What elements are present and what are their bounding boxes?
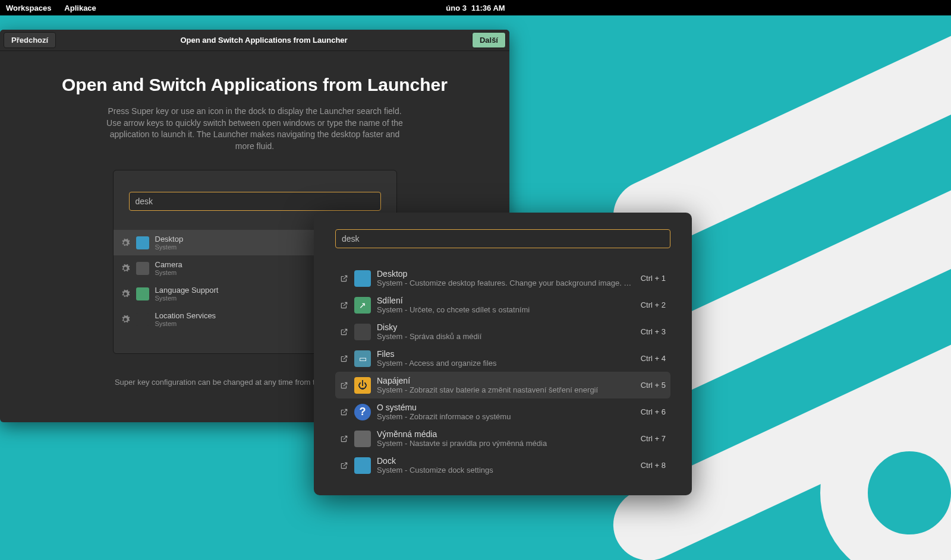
result-description: System - Nastavte si pravidla pro výměnn…: [377, 439, 635, 448]
demo-search-input: [129, 192, 381, 211]
new-window-icon: [340, 328, 348, 336]
result-name: Files: [377, 349, 635, 359]
app-icon: [354, 457, 371, 474]
result-name: Napájení: [377, 376, 635, 385]
result-description: System - Určete, co chcete sdílet s osta…: [377, 305, 635, 314]
result-name: Desktop: [377, 269, 635, 279]
app-icon: ▭: [354, 350, 371, 367]
app-icon: [354, 431, 371, 447]
launcher-result-item[interactable]: Výměnná médiaSystem - Nastavte si pravid…: [335, 425, 670, 452]
new-window-icon: [340, 381, 348, 390]
gear-icon: [121, 289, 130, 299]
applications-menu[interactable]: Aplikace: [64, 4, 96, 12]
new-window-icon: [340, 408, 348, 416]
result-shortcut: Ctrl + 8: [641, 461, 666, 470]
gear-icon: [121, 238, 130, 248]
result-description: System - Customize desktop features. Cha…: [377, 279, 635, 287]
app-icon: ↗: [354, 297, 371, 314]
app-icon: [136, 236, 149, 249]
gear-icon: [121, 264, 130, 273]
page-description: Press Super key or use an icon in the do…: [100, 106, 410, 152]
result-shortcut: Ctrl + 3: [641, 327, 666, 336]
launcher-search-input[interactable]: [335, 229, 670, 248]
result-shortcut: Ctrl + 6: [641, 407, 666, 416]
app-icon: [136, 262, 149, 275]
launcher-result-item[interactable]: ⏻NapájeníSystem - Zobrazit stav baterie …: [335, 372, 670, 398]
app-icon: ⏻: [354, 377, 371, 394]
result-description: System - Správa disků a médií: [377, 332, 635, 341]
window-title: Open and Switch Applications from Launch…: [180, 36, 347, 45]
app-icon: [136, 313, 149, 326]
result-name: Dock: [377, 456, 635, 466]
launcher-result-item[interactable]: ↗SdíleníSystem - Určete, co chcete sdíle…: [335, 292, 670, 318]
result-shortcut: Ctrl + 4: [641, 354, 666, 363]
result-name: Disky: [377, 322, 635, 332]
app-icon: [354, 324, 371, 340]
app-icon: [136, 287, 149, 300]
window-header: Předchozí Open and Switch Applications f…: [0, 30, 509, 51]
new-window-icon: [340, 461, 348, 470]
result-description: System - Customize dock settings: [377, 466, 635, 474]
launcher-result-item[interactable]: ?O systémuSystem - Zobrazit informace o …: [335, 398, 670, 425]
gear-icon: [121, 315, 130, 324]
new-window-icon: [340, 355, 348, 363]
result-description: System - Zobrazit informace o systému: [377, 412, 635, 421]
result-shortcut: Ctrl + 1: [641, 274, 666, 283]
result-description: System - Access and organize files: [377, 359, 635, 368]
top-bar: Workspaces Aplikace úno 3 11:36 AM: [0, 0, 951, 15]
new-window-icon: [340, 301, 348, 309]
launcher-result-item[interactable]: DesktopSystem - Customize desktop featur…: [335, 265, 670, 292]
previous-button[interactable]: Předchozí: [4, 32, 56, 48]
result-name: Sdílení: [377, 296, 635, 305]
new-window-icon: [340, 435, 348, 443]
result-name: Výměnná média: [377, 429, 635, 439]
page-heading: Open and Switch Applications from Launch…: [36, 75, 474, 95]
workspaces-menu[interactable]: Workspaces: [6, 4, 51, 12]
app-icon: ?: [354, 404, 371, 420]
new-window-icon: [340, 274, 348, 283]
result-shortcut: Ctrl + 7: [641, 434, 666, 443]
result-shortcut: Ctrl + 5: [641, 381, 666, 390]
launcher-popup: DesktopSystem - Customize desktop featur…: [314, 213, 692, 495]
launcher-result-item[interactable]: DockSystem - Customize dock settingsCtrl…: [335, 452, 670, 479]
launcher-result-item[interactable]: DiskySystem - Správa disků a médiíCtrl +…: [335, 318, 670, 345]
app-icon: [354, 270, 371, 287]
result-shortcut: Ctrl + 2: [641, 300, 666, 309]
clock-date[interactable]: úno 3: [446, 4, 467, 12]
next-button[interactable]: Další: [472, 32, 506, 48]
launcher-result-item[interactable]: ▭FilesSystem - Access and organize files…: [335, 345, 670, 372]
clock-time[interactable]: 11:36 AM: [471, 4, 505, 12]
result-name: O systému: [377, 403, 635, 412]
result-description: System - Zobrazit stav baterie a změnit …: [377, 385, 635, 394]
